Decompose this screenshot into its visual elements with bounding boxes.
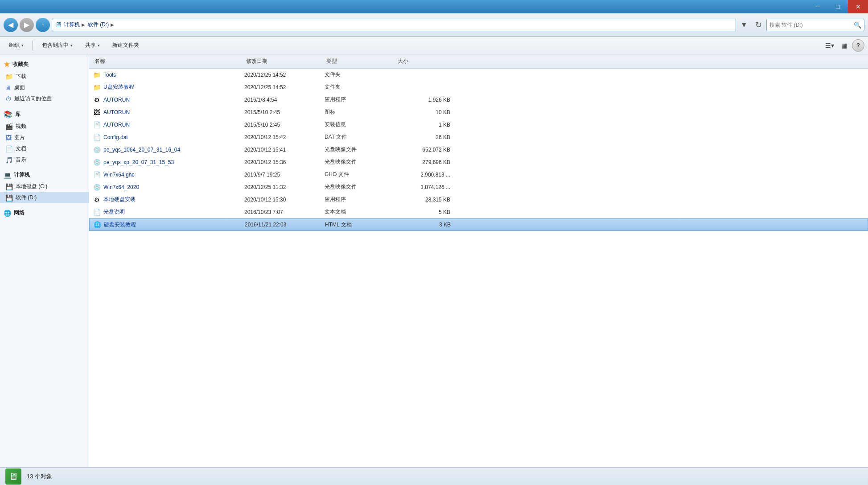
sidebar-item-music[interactable]: 🎵 音乐 <box>0 154 89 165</box>
table-row[interactable]: 🖼 AUTORUN 2015/5/10 2:45 图标 10 KB <box>89 106 868 119</box>
file-size-label: 3 KB <box>396 222 454 228</box>
dropdown-button[interactable]: ▼ <box>738 19 750 31</box>
sidebar-item-local-c[interactable]: 💾 本地磁盘 (C:) <box>0 181 89 192</box>
sidebar-item-recent[interactable]: ⏱ 最近访问的位置 <box>0 93 89 104</box>
table-row[interactable]: 💿 pe_yqs_xp_20_07_31_15_53 2020/10/12 15… <box>89 156 868 169</box>
address-segment-drive[interactable]: 软件 (D:) ▶ <box>88 21 115 29</box>
organize-arrow-icon: ▾ <box>21 43 24 48</box>
main-layout: ★ 收藏夹 📁 下载 🖥 桌面 ⏱ 最近访问的位置 📚 库 � <box>0 54 868 467</box>
hdd-d-icon: 💾 <box>5 194 13 201</box>
table-row[interactable]: 📄 光盘说明 2016/10/23 7:07 文本文档 5 KB <box>89 206 868 218</box>
file-type-icon: 📄 <box>93 209 101 216</box>
file-type-label: DAT 文件 <box>325 133 396 141</box>
table-row[interactable]: ⚙ AUTORUN 2016/1/8 4:54 应用程序 1,926 KB <box>89 94 868 106</box>
file-date-label: 2016/1/8 4:54 <box>244 97 325 103</box>
file-date-label: 2020/10/12 15:41 <box>244 147 325 153</box>
toolbar: 组织 ▾ 包含到库中 ▾ 共享 ▾ 新建文件夹 ☰▾ ▦ ? <box>0 37 868 54</box>
organize-button[interactable]: 组织 ▾ <box>4 39 29 52</box>
file-type-icon: 💿 <box>93 184 101 191</box>
file-type-label: HTML 文档 <box>325 221 396 229</box>
new-folder-button[interactable]: 新建文件夹 <box>107 39 144 52</box>
col-header-name[interactable]: 名称 <box>93 58 244 65</box>
sidebar-item-video[interactable]: 🎬 视频 <box>0 121 89 132</box>
col-header-type[interactable]: 类型 <box>325 58 396 65</box>
file-size-label: 279,696 KB <box>396 159 454 165</box>
file-list-header: 名称 修改日期 类型 大小 <box>89 54 868 69</box>
file-date-label: 2020/10/12 15:30 <box>244 197 325 203</box>
view-details-button[interactable]: ▦ <box>838 39 850 52</box>
col-header-size[interactable]: 大小 <box>396 58 454 65</box>
address-segment-computer[interactable]: 计算机 ▶ <box>64 21 86 29</box>
file-name-label: AUTORUN <box>103 109 244 115</box>
help-button[interactable]: ? <box>852 39 864 52</box>
file-size-label: 1 KB <box>396 122 454 128</box>
include-library-button[interactable]: 包含到库中 ▾ <box>37 39 78 52</box>
col-header-date[interactable]: 修改日期 <box>244 58 325 65</box>
doc-icon: 📄 <box>5 145 13 152</box>
file-type-label: GHO 文件 <box>325 171 396 178</box>
file-type-icon: 📄 <box>93 134 101 141</box>
close-button[interactable]: ✕ <box>848 0 868 13</box>
file-name-label: 本地硬盘安装 <box>103 196 244 203</box>
table-row[interactable]: 💿 pe_yqs_1064_20_07_31_16_04 2020/10/12 … <box>89 144 868 156</box>
sidebar-item-local-d[interactable]: 💾 软件 (D:) <box>0 192 89 203</box>
file-name-label: Win7x64.gho <box>103 172 244 178</box>
statusbar: 🖥 13 个对象 <box>0 467 868 485</box>
file-name-label: 硬盘安装教程 <box>104 221 245 229</box>
file-type-icon: ⚙ <box>93 196 101 203</box>
table-row[interactable]: 📁 U盘安装教程 2020/12/25 14:52 文件夹 <box>89 81 868 94</box>
file-size-label: 1,926 KB <box>396 97 454 103</box>
file-name-label: AUTORUN <box>103 97 244 103</box>
file-type-icon: 📁 <box>93 71 101 78</box>
file-type-label: 文件夹 <box>325 71 396 78</box>
sidebar-item-desktop[interactable]: 🖥 桌面 <box>0 82 89 93</box>
file-date-label: 2020/12/25 14:52 <box>244 72 325 78</box>
minimize-button[interactable]: ─ <box>808 0 828 13</box>
maximize-button[interactable]: □ <box>828 0 848 13</box>
search-icon[interactable]: 🔍 <box>854 21 861 29</box>
sidebar-group-favorites[interactable]: ★ 收藏夹 <box>0 58 89 71</box>
table-row[interactable]: 📄 Config.dat 2020/10/12 15:42 DAT 文件 36 … <box>89 131 868 144</box>
table-row[interactable]: ⚙ 本地硬盘安装 2020/10/12 15:30 应用程序 28,315 KB <box>89 193 868 206</box>
table-row[interactable]: 📄 Win7x64.gho 2019/9/7 19:25 GHO 文件 2,90… <box>89 169 868 181</box>
sidebar-item-downloads[interactable]: 📁 下载 <box>0 71 89 82</box>
back-button[interactable]: ◀ <box>4 18 18 32</box>
refresh-button[interactable]: ↻ <box>752 19 765 31</box>
file-date-label: 2015/5/10 2:45 <box>244 122 325 128</box>
star-icon: ★ <box>4 60 10 69</box>
file-list: 📁 Tools 2020/12/25 14:52 文件夹 📁 U盘安装教程 20… <box>89 69 868 467</box>
file-type-icon: 🌐 <box>93 221 101 228</box>
sidebar-item-image[interactable]: 🖼 图片 <box>0 132 89 143</box>
sidebar-group-network[interactable]: 🌐 网络 <box>0 207 89 219</box>
view-toggle-button[interactable]: ☰▾ <box>823 39 836 52</box>
up-button[interactable]: ↑ <box>36 18 50 32</box>
table-row[interactable]: 💿 Win7x64_2020 2020/12/25 11:32 光盘映像文件 3… <box>89 181 868 193</box>
file-type-icon: 📁 <box>93 84 101 91</box>
file-name-label: pe_yqs_1064_20_07_31_16_04 <box>103 147 244 153</box>
file-type-label: 应用程序 <box>325 196 396 203</box>
file-date-label: 2016/10/23 7:07 <box>244 209 325 215</box>
file-type-icon: 💿 <box>93 146 101 153</box>
table-row[interactable]: 📄 AUTORUN 2015/5/10 2:45 安装信息 1 KB <box>89 119 868 131</box>
status-count-text: 13 个对象 <box>27 473 52 481</box>
file-type-label: 图标 <box>325 108 396 116</box>
folder-icon: 📁 <box>5 73 13 80</box>
file-type-label: 文件夹 <box>325 83 396 91</box>
file-date-label: 2016/11/21 22:03 <box>245 222 325 228</box>
file-size-label: 3,874,126 ... <box>396 184 454 190</box>
table-row[interactable]: 🌐 硬盘安装教程 2016/11/21 22:03 HTML 文档 3 KB <box>89 218 868 231</box>
forward-button[interactable]: ▶ <box>20 18 34 32</box>
file-type-icon: 🖼 <box>93 109 101 116</box>
file-type-label: 光盘映像文件 <box>325 183 396 191</box>
sidebar-group-computer[interactable]: 💻 计算机 <box>0 169 89 181</box>
toolbar-right: ☰▾ ▦ ? <box>823 39 864 52</box>
share-button[interactable]: 共享 ▾ <box>80 39 105 52</box>
sidebar-group-library[interactable]: 📚 库 <box>0 108 89 121</box>
file-type-label: 光盘映像文件 <box>325 158 396 166</box>
search-box[interactable]: 🔍 <box>766 19 864 31</box>
sidebar-item-doc[interactable]: 📄 文档 <box>0 143 89 154</box>
file-size-label: 652,072 KB <box>396 147 454 153</box>
image-icon: 🖼 <box>5 134 12 141</box>
table-row[interactable]: 📁 Tools 2020/12/25 14:52 文件夹 <box>89 69 868 81</box>
search-input[interactable] <box>769 22 854 28</box>
